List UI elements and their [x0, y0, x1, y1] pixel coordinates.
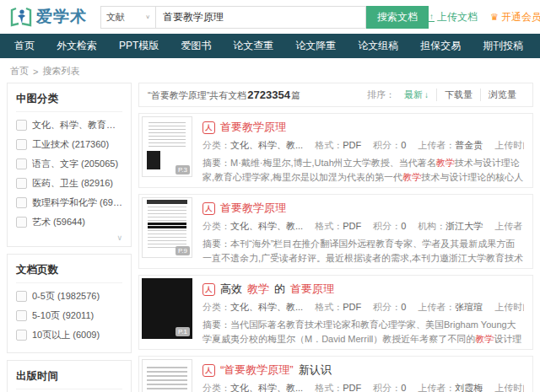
- sort-option-0[interactable]: 最新↓: [397, 89, 436, 101]
- search-input[interactable]: [155, 6, 366, 29]
- filter-section-2: 出版时间2016 (149467)2015 (160552)2014 (1703…: [7, 360, 132, 392]
- sort-option-1[interactable]: 下载量: [436, 89, 480, 101]
- result-title-text: 教学: [247, 282, 269, 297]
- vip-crown-icon: ♛: [490, 12, 499, 23]
- result-meta: 分类：文化、科学、教...格式：PDF积分：0上传者：张瑄瑄上传时间：2016-…: [202, 301, 524, 314]
- nav-item-0[interactable]: 首页: [3, 39, 46, 53]
- sort-option-label: 下载量: [445, 89, 472, 101]
- filter-option-label: 语言、文字 (205065): [32, 158, 118, 170]
- document-thumbnail[interactable]: P.5: [142, 359, 192, 392]
- sort-options: 最新↓下载量浏览量: [397, 89, 524, 101]
- meta-label: 积分：: [373, 140, 401, 150]
- meta-label: 上传时间：: [494, 140, 524, 150]
- filter-section-title: 出版时间: [16, 369, 122, 389]
- filter-option[interactable]: 语言、文字 (205065): [16, 158, 122, 170]
- result-title[interactable]: 人高效教学的首要原理: [202, 282, 524, 297]
- filter-checkbox[interactable]: [16, 217, 27, 228]
- filter-checkbox[interactable]: [16, 120, 27, 131]
- meta-value: 文化、科学、教...: [230, 383, 303, 392]
- search-category-value: 文献: [106, 11, 125, 24]
- meta-value: PDF: [343, 383, 361, 392]
- breadcrumb-home[interactable]: 首页: [10, 65, 29, 78]
- breadcrumb-current: 搜索列表: [42, 65, 79, 78]
- search-button[interactable]: 搜索文档: [366, 6, 429, 29]
- sort-desc-arrow-icon: ↓: [424, 90, 429, 99]
- document-thumbnail[interactable]: P.3: [142, 116, 192, 177]
- meta-label: 上传者：: [418, 140, 455, 150]
- filter-option[interactable]: 数理科学和化学 (69581): [16, 196, 122, 209]
- filter-option-label: 文化、科学、教育、体...: [32, 119, 122, 132]
- meta-pair: 分类：文化、科学、教...: [202, 220, 303, 233]
- filter-checkbox[interactable]: [16, 158, 27, 169]
- filter-checkbox[interactable]: [16, 291, 27, 302]
- filter-option[interactable]: 医药、卫生 (82916): [16, 177, 122, 190]
- result-item: P.1人高效教学的首要原理分类：文化、科学、教...格式：PDF积分：0上传者：…: [138, 275, 533, 350]
- pdf-icon: 人: [202, 364, 215, 377]
- pdf-icon: 人: [202, 202, 215, 215]
- meta-pair: 积分：0: [373, 220, 406, 233]
- meta-label: 上传者：: [494, 221, 524, 231]
- result-title-text: 新认识: [299, 362, 332, 378]
- result-title[interactable]: 人首要教学原理: [202, 201, 524, 216]
- meta-pair: 分类：文化、科学、教...: [202, 301, 303, 314]
- meta-pair: 积分：0: [373, 139, 406, 152]
- meta-pair: 上传时间：2017-02-26: [494, 139, 524, 152]
- meta-label: 积分：: [373, 221, 401, 231]
- nav-item-label: 担保交易: [420, 40, 461, 51]
- meta-value: 浙江大学: [446, 221, 483, 231]
- filter-checkbox[interactable]: [16, 197, 27, 208]
- result-title[interactable]: 人“首要教学原理”新认识: [202, 362, 524, 378]
- search-category-select[interactable]: 文献 ∨: [100, 6, 155, 29]
- filter-option-label: 10页以上 (6009): [32, 329, 100, 341]
- meta-label: 分类：: [202, 302, 230, 312]
- pdf-icon: 人: [202, 283, 215, 296]
- nav-item-6[interactable]: 论文组稿: [347, 39, 409, 53]
- filter-checkbox[interactable]: [16, 178, 27, 189]
- open-vip-link[interactable]: ♛ 开通会员: [490, 10, 540, 24]
- filter-option[interactable]: 艺术 (59644): [16, 216, 122, 228]
- result-abstract: 摘要：当代国际著名教育技术理论家和教育心理学家、美国Brigham Young大…: [202, 318, 524, 346]
- chevron-down-icon[interactable]: ∨: [16, 235, 122, 242]
- meta-pair: 分类：文化、科学、教...: [202, 382, 303, 392]
- filter-option[interactable]: 文化、科学、教育、体...: [16, 119, 122, 132]
- nav-item-8[interactable]: 期刊投稿: [472, 39, 534, 53]
- nav-item-label: PPT模版: [119, 40, 159, 51]
- meta-value: 刘霞梅: [455, 383, 483, 392]
- nav-item-9[interactable]: 知网检测HOT: [534, 39, 540, 53]
- nav-item-5[interactable]: 论文降重: [284, 39, 347, 53]
- meta-value: PDF: [343, 302, 361, 312]
- upload-document-link[interactable]: ↑ 上传文档: [429, 10, 478, 24]
- meta-value: 普金贵: [455, 140, 483, 150]
- top-header: 爱学术 文献 ∨ 搜索文档 ↑ 上传文档 ♛ 开通会员 登录 注册: [0, 0, 540, 34]
- filter-option[interactable]: 10页以上 (6009): [16, 329, 122, 341]
- filter-checkbox[interactable]: [16, 330, 27, 341]
- brand-logo[interactable]: 爱学术: [10, 6, 87, 28]
- result-title-text: 高效: [220, 282, 242, 297]
- meta-pair: 上传者：黄世权: [494, 220, 524, 233]
- meta-value: PDF: [343, 221, 361, 231]
- filter-checkbox[interactable]: [16, 310, 27, 321]
- filter-option[interactable]: 5-10页 (92011): [16, 309, 122, 322]
- document-thumbnail[interactable]: P.9: [142, 197, 192, 258]
- nav-item-2[interactable]: PPT模版: [108, 39, 170, 53]
- result-title[interactable]: 人首要教学原理: [202, 120, 524, 135]
- summary-prefix: “首要教学原理”共有文档: [148, 90, 246, 100]
- nav-item-7[interactable]: 担保交易: [409, 39, 472, 53]
- sort-option-2[interactable]: 浏览量: [480, 89, 524, 101]
- meta-label: 分类：: [202, 383, 230, 392]
- meta-pair: 机构：浙江大学: [418, 220, 483, 233]
- filter-option[interactable]: 工业技术 (217360): [16, 138, 122, 151]
- nav-item-4[interactable]: 论文查重: [222, 39, 284, 53]
- nav-item-1[interactable]: 外文检索: [46, 39, 108, 53]
- results-area: “首要教学原理”共有文档2723354篇 排序： 最新↓下载量浏览量 P.3人首…: [138, 83, 533, 392]
- filter-option[interactable]: 0-5页 (1982576): [16, 290, 122, 303]
- document-thumbnail[interactable]: P.1: [142, 278, 192, 339]
- filter-checkbox[interactable]: [16, 139, 27, 150]
- result-meta: 分类：文化、科学、教...格式：PDF积分：0上传者：刘霞梅上传时间：2016-…: [202, 382, 524, 392]
- meta-label: 上传时间：: [494, 383, 524, 392]
- abstract-text: 教学: [402, 172, 421, 182]
- nav-item-label: 外文检索: [57, 40, 97, 51]
- nav-item-3[interactable]: 爱图书: [170, 39, 222, 53]
- filter-option-label: 数理科学和化学 (69581): [32, 196, 122, 209]
- meta-label: 格式：: [315, 221, 343, 231]
